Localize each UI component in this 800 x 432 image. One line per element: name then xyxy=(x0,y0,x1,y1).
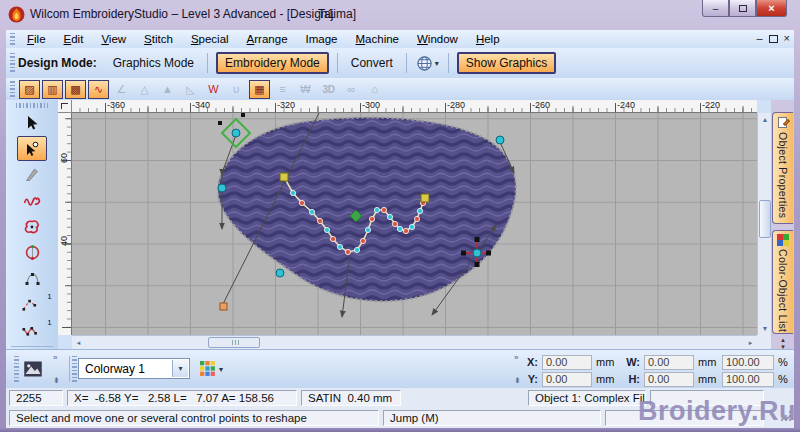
scroll-left-arrow[interactable]: ◂ xyxy=(72,336,85,350)
complex-shape-tool[interactable] xyxy=(17,266,47,291)
select-object-tool[interactable] xyxy=(17,110,47,135)
overflow-more[interactable]: ⇟ xyxy=(514,376,521,385)
menu-machine[interactable]: Machine xyxy=(347,32,408,46)
satin-fill-icon[interactable]: ▥ xyxy=(42,80,63,99)
column-c-icon[interactable]: ∪ xyxy=(226,80,247,99)
stumpwork-icon[interactable]: ∞ xyxy=(341,80,362,99)
contour-fill-icon[interactable]: ≡ xyxy=(272,80,293,99)
percent-label: % xyxy=(778,356,788,368)
vertical-ruler: 60 40 xyxy=(58,113,72,335)
menu-help[interactable]: Help xyxy=(467,32,509,46)
knife-icon xyxy=(24,167,40,183)
mdi-minimize-button[interactable]: – xyxy=(756,32,762,45)
toolbar-grip[interactable] xyxy=(10,53,15,74)
close-button[interactable]: × xyxy=(756,0,787,17)
select-arrow-icon xyxy=(24,115,40,131)
toolbar-grip[interactable] xyxy=(16,103,47,108)
reshape-object-tool[interactable] xyxy=(17,136,47,161)
scale-w-input[interactable] xyxy=(722,355,774,370)
zigzag-fill-icon[interactable]: ∿ xyxy=(88,80,109,99)
vertical-scroll-thumb[interactable] xyxy=(759,200,771,238)
menu-window[interactable]: Window xyxy=(408,32,467,46)
input-a-icon[interactable]: △ xyxy=(134,80,155,99)
motif-run-icon[interactable]: W xyxy=(203,80,224,99)
stitch-type-info: SATIN 0.40 mm xyxy=(301,390,401,406)
scroll-right-arrow[interactable]: ▸ xyxy=(744,336,757,350)
dashed-line-icon xyxy=(21,297,38,313)
menu-view[interactable]: View xyxy=(92,32,135,46)
freehand-closed-tool[interactable] xyxy=(17,214,47,239)
exit-point-marker xyxy=(421,194,429,202)
menu-arrange[interactable]: Arrange xyxy=(238,32,297,46)
y-label: Y: xyxy=(524,373,538,385)
ruler-label: -220 xyxy=(702,100,720,110)
globe-icon xyxy=(416,55,433,72)
status-bar-lower: Select and move one or several control p… xyxy=(6,408,794,428)
minimize-button[interactable]: – xyxy=(702,0,729,17)
h-label: H: xyxy=(626,373,640,385)
tab-object-properties[interactable]: Object Properties xyxy=(772,112,793,224)
x-label: X: xyxy=(524,356,538,368)
overflow-chevron[interactable]: » xyxy=(514,353,518,362)
ruler-label: -280 xyxy=(447,100,465,110)
menu-special[interactable]: Special xyxy=(182,32,238,46)
app-logo-icon xyxy=(8,6,25,23)
stitch-toolbar: ▨ ▥ ▩ ∿ ∠ △ ▲ ◺ W ∪ ▦ ≡ ₩ 3D ∞ ⌂ xyxy=(6,78,794,100)
scale-h-input[interactable] xyxy=(722,372,774,387)
measure-tool[interactable] xyxy=(17,162,47,187)
overflow-more[interactable]: ⇟ xyxy=(53,376,60,385)
overflow-chevron[interactable]: » xyxy=(53,353,57,362)
scroll-down-arrow[interactable]: ▼ xyxy=(758,322,772,335)
w-input[interactable] xyxy=(644,355,694,370)
colorway-dropdown-arrow[interactable]: ▾ xyxy=(172,360,188,377)
tatami-fill-icon[interactable]: ▩ xyxy=(65,80,86,99)
menu-bar: File Edit View Stitch Special Arrange Im… xyxy=(6,30,794,48)
show-graphics-button[interactable]: Show Graphics xyxy=(457,52,556,74)
object-info: Object 1: Complex Fill xyxy=(528,390,646,406)
mdi-close-button[interactable]: × xyxy=(784,32,790,45)
parallel-fill-icon[interactable]: ▨ xyxy=(19,80,40,99)
tab-color-object-list[interactable]: Color-Object List xyxy=(772,230,793,334)
color-palette-dropdown[interactable]: ▾ xyxy=(200,358,233,380)
menu-stitch[interactable]: Stitch xyxy=(135,32,182,46)
scroll-up-arrow[interactable]: ▲ xyxy=(758,113,772,126)
closed-object-tool[interactable]: 1 xyxy=(17,318,47,343)
colorway-select[interactable]: Colorway 1 ▾ xyxy=(78,358,190,379)
toolbar-grip[interactable] xyxy=(10,33,15,46)
menu-file[interactable]: File xyxy=(18,32,55,46)
x-input[interactable] xyxy=(542,355,592,370)
resize-grip[interactable] xyxy=(780,410,792,422)
control-point xyxy=(276,269,284,277)
horizontal-scroll-thumb[interactable] xyxy=(208,337,260,348)
3d-effect-icon[interactable]: 3D xyxy=(318,80,339,99)
input-c-icon[interactable]: ◺ xyxy=(180,80,201,99)
tool-badge: 1 xyxy=(47,318,51,327)
craft-stitch-icon[interactable]: ⌂ xyxy=(364,80,385,99)
vertical-scrollbar[interactable]: ▲ ▼ xyxy=(757,113,771,335)
motif-fill-icon[interactable]: ₩ xyxy=(295,80,316,99)
hoop-globe-dropdown[interactable]: ▾ xyxy=(412,53,443,74)
design-canvas[interactable] xyxy=(72,113,757,335)
complex-fill-icon[interactable]: ▦ xyxy=(249,80,270,99)
freehand-open-tool[interactable] xyxy=(17,188,47,213)
input-b-icon[interactable]: ▲ xyxy=(157,80,178,99)
toolbar-grip[interactable] xyxy=(72,356,77,382)
ruler-origin-box xyxy=(58,100,72,113)
open-object-tool[interactable]: 1 xyxy=(17,292,47,317)
menu-image[interactable]: Image xyxy=(297,32,347,46)
embroidery-mode-button[interactable]: Embroidery Mode xyxy=(216,52,329,74)
menu-edit[interactable]: Edit xyxy=(55,32,93,46)
maximize-button[interactable] xyxy=(729,0,756,17)
horizontal-scrollbar[interactable]: ◂ ▸ xyxy=(72,335,757,349)
graphics-mode-button[interactable]: Graphics Mode xyxy=(105,53,202,73)
insert-bitmap-button[interactable] xyxy=(18,354,48,384)
transform-panel: X: mm W: mm % Y: mm H: mm % xyxy=(524,352,790,387)
input-angle-icon[interactable]: ∠ xyxy=(111,80,132,99)
h-input[interactable] xyxy=(644,372,694,387)
y-input[interactable] xyxy=(542,372,592,387)
convert-button[interactable]: Convert xyxy=(343,53,401,73)
pointer-position: X= -6.58 Y= 2.58 L= 7.07 A= 158.56 xyxy=(67,390,297,406)
mdi-restore-button[interactable] xyxy=(769,35,778,43)
circle-star-tool[interactable] xyxy=(17,240,47,265)
toolbar-grip[interactable] xyxy=(10,81,15,96)
